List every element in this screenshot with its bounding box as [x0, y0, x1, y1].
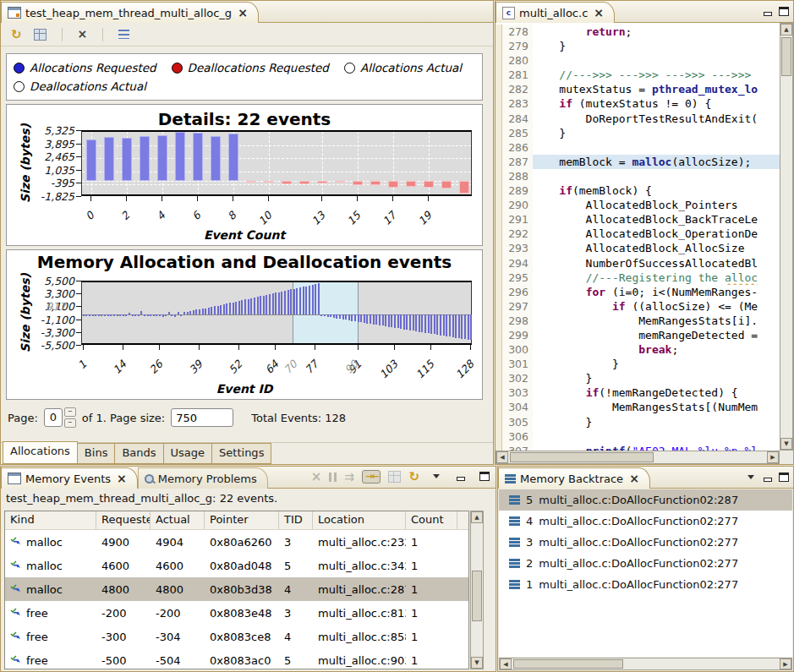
code-line[interactable]: 305 } [496, 415, 780, 429]
code-text[interactable]: MemRangesStats[(NumMem [533, 400, 780, 414]
editor-vertical-scrollbar[interactable]: ▲ ▼ [780, 23, 793, 451]
code-text[interactable]: NumberOfSuccessAllocatedBl [533, 256, 780, 270]
code-line[interactable]: 306 [496, 429, 780, 444]
skip-icon[interactable]: ⇉ [344, 472, 354, 482]
code-line[interactable]: 279 } [496, 39, 780, 53]
scroll-thumb[interactable] [513, 659, 623, 669]
code-line[interactable]: 280 [496, 53, 780, 68]
code-text[interactable]: mutexStatus = pthread_mutex_lo [533, 82, 780, 96]
tab-memory-backtrace[interactable]: Memory Backtrace × [498, 467, 650, 489]
tab-bins[interactable]: Bins [78, 443, 116, 464]
code-line[interactable]: 286 [496, 140, 780, 155]
code-text[interactable]: for (i=0; i<(NumMemRanges- [533, 285, 780, 299]
collapse-icon[interactable]: × [78, 29, 88, 40]
code-text[interactable] [533, 169, 780, 183]
maximize-icon[interactable] [778, 473, 790, 483]
scroll-thumb[interactable] [472, 571, 482, 621]
lock-grid-icon[interactable] [388, 471, 401, 483]
code-line[interactable]: 301 } [496, 357, 780, 371]
code-line[interactable]: 293 AllocatedBlock_AllocSize [496, 241, 780, 255]
scroll-right-button[interactable]: ▶ [767, 451, 779, 463]
scroll-left-button[interactable]: ◀ [500, 658, 512, 669]
minimize-icon[interactable] [455, 472, 467, 482]
tab-allocations[interactable]: Allocations [3, 441, 78, 464]
code-line[interactable]: 304 MemRangesStats[(NumMem [496, 400, 780, 414]
refresh-icon[interactable]: ↻ [408, 471, 419, 483]
column-header-count[interactable]: Count [406, 511, 457, 529]
code-line[interactable]: 283 if (mutexStatus != 0) { [496, 96, 780, 111]
code-line[interactable]: 303 if(!memRangeDetected) { [496, 385, 780, 400]
code-text[interactable]: } [533, 126, 780, 140]
code-line[interactable]: 307 printf("AE02 MAL %lu %p %l [496, 444, 780, 451]
code-line[interactable]: 287 memBlock = malloc(allocSize); [496, 155, 780, 169]
code-text[interactable]: //---Registering the alloc [533, 270, 780, 285]
scroll-down-button[interactable]: ▼ [471, 657, 483, 669]
scroll-up-button[interactable]: ▲ [471, 511, 483, 523]
code-text[interactable]: if(memBlock) { [533, 183, 780, 198]
tab-settings[interactable]: Settings [212, 443, 271, 464]
column-header-tid[interactable]: TID [279, 511, 313, 529]
view-menu-icon[interactable] [431, 472, 443, 482]
backtrace-item[interactable]: 4multi_alloc.c:DoAllocFunction02:277 [499, 511, 792, 532]
editor-horizontal-scrollbar[interactable]: ◀ ▶ [496, 451, 780, 464]
column-header-location[interactable]: Location [313, 511, 406, 529]
scroll-left-button[interactable]: ◀ [496, 451, 508, 463]
table-row[interactable]: malloc480048000x80b3d384multi_alloc.c:28… [5, 577, 468, 601]
code-text[interactable] [533, 53, 780, 68]
code-line[interactable]: 288 [496, 169, 780, 183]
scroll-up-button[interactable]: ▲ [780, 24, 792, 36]
code-text[interactable] [533, 140, 780, 155]
table-row[interactable]: free-300-3040x8083ce84multi_alloc.c:8581 [5, 625, 468, 648]
maximize-icon[interactable] [479, 472, 490, 482]
code-text[interactable]: AllocatedBlock_Pointers [533, 198, 780, 212]
column-header-requested[interactable]: Requested [96, 511, 151, 529]
code-line[interactable]: 284 DoReportTestResultAndExit( [496, 112, 780, 126]
code-text[interactable]: AllocatedBlock_BackTraceLe [533, 212, 780, 227]
backtrace-horizontal-scrollbar[interactable]: ◀ ▶ [499, 658, 792, 670]
page-up-button[interactable]: ‒ [64, 407, 76, 417]
column-header-pointer[interactable]: Pointer [205, 511, 279, 529]
events-table-scrollbar[interactable]: ▲ ▼ [470, 511, 484, 669]
code-text[interactable]: DoReportTestResultAndExit( [533, 112, 780, 126]
list-view-icon[interactable] [118, 30, 129, 39]
code-line[interactable]: 300 break; [496, 342, 780, 357]
table-row[interactable]: malloc490049040x80a62603multi_alloc.c:23… [5, 530, 468, 554]
code-line[interactable]: 295 //---Registering the alloc [496, 270, 780, 285]
code-line[interactable]: 298 MemRangesStats[i]. [496, 314, 780, 328]
code-text[interactable]: MemRangesStats[i]. [533, 314, 780, 328]
tab-multi-alloc-c[interactable]: c multi_alloc.c × [496, 2, 615, 23]
code-text[interactable]: AllocatedBlock_OperationDe [533, 227, 780, 241]
refresh-icon[interactable]: ↻ [11, 29, 22, 41]
code-text[interactable]: if (mutexStatus != 0) { [533, 96, 780, 111]
code-line[interactable]: 296 for (i=0; i<(NumMemRanges- [496, 285, 780, 299]
view-menu-icon[interactable] [746, 473, 758, 483]
close-icon[interactable]: × [117, 473, 127, 484]
code-text[interactable]: } [533, 415, 780, 429]
backtrace-item[interactable]: 1multi_alloc.c:DoAllocFunction02:277 [499, 574, 792, 595]
code-line[interactable]: 302 } [496, 371, 780, 385]
editor-body[interactable]: 278 return;279 }280281 //--->>> --->>> -… [496, 23, 793, 464]
code-area[interactable]: 278 return;279 }280281 //--->>> --->>> -… [496, 25, 780, 451]
maximize-icon[interactable] [778, 7, 790, 17]
minimize-icon[interactable] [762, 7, 774, 17]
code-text[interactable]: //--->>> --->>> --->>> --->>> [533, 68, 780, 82]
page-value[interactable]: 0 [44, 408, 63, 427]
code-text[interactable]: } [533, 357, 780, 371]
code-text[interactable]: break; [533, 342, 780, 357]
table-row[interactable]: free-500-5040x8083ac05multi_alloc.c:9031 [5, 648, 468, 669]
code-line[interactable]: 278 return; [496, 25, 780, 39]
code-text[interactable]: memBlock = malloc(allocSize); [533, 155, 780, 169]
close-icon[interactable]: × [238, 8, 248, 18]
code-line[interactable]: 297 if ((allocSize) <= (Me [496, 299, 780, 314]
page-spinner[interactable]: 0 ‒ ‒ [44, 407, 76, 428]
code-line[interactable]: 299 memRangeDetected = [496, 328, 780, 342]
backtrace-item[interactable]: 2multi_alloc.c:DoAllocFunction02:277 [499, 553, 792, 574]
code-line[interactable]: 290 AllocatedBlock_Pointers [496, 198, 780, 212]
code-line[interactable]: 292 AllocatedBlock_OperationDe [496, 227, 780, 241]
minimize-icon[interactable] [762, 473, 774, 483]
tab-test-heap-mem[interactable]: test_heap_mem_thread_multi_alloc_g × [1, 2, 259, 23]
close-icon[interactable]: × [629, 473, 639, 484]
delete-icon[interactable]: × [311, 472, 322, 483]
column-header-actual[interactable]: Actual [151, 511, 205, 529]
pause-icon[interactable] [329, 473, 337, 482]
